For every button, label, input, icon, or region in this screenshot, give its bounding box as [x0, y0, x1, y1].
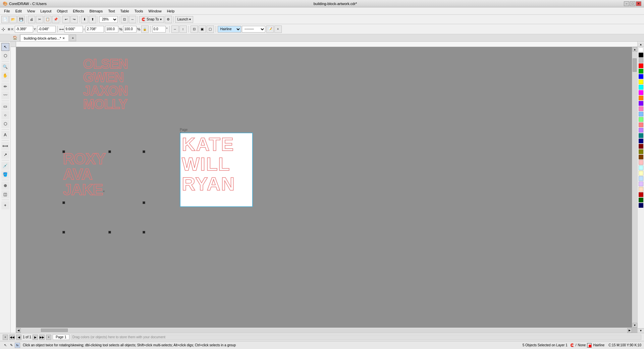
tool-text[interactable]: A [1, 131, 9, 139]
menu-edit[interactable]: Edit [13, 8, 24, 14]
outline-style-button[interactable]: 📝 [266, 26, 274, 33]
copy-button[interactable]: 📋 [44, 16, 51, 23]
swatch-lt-green[interactable] [639, 117, 643, 122]
align-button[interactable]: ⊡ [191, 26, 198, 33]
drawing-area[interactable]: OLSEN GWEN JAXON MOLLY ROXY AVA JAKE [16, 47, 632, 328]
group-button[interactable]: ▣ [199, 26, 206, 33]
swatch-cream[interactable] [639, 171, 643, 176]
tool-smart[interactable]: 〰 [1, 91, 9, 99]
menu-layout[interactable]: Layout [38, 8, 54, 14]
menu-help[interactable]: Help [164, 8, 177, 14]
status-arrow-icon[interactable]: ↖ [3, 343, 8, 348]
doc-home[interactable]: 🏠 [10, 34, 20, 41]
canvas-content[interactable]: OLSEN GWEN JAXON MOLLY ROXY AVA JAKE [16, 47, 632, 328]
status-pen-icon[interactable]: ✎ [9, 343, 14, 348]
y-value-input[interactable] [37, 26, 56, 33]
tool-connector[interactable]: ↗ [1, 151, 9, 159]
lock-ratio-button[interactable]: 🔒 [141, 26, 149, 33]
tool-node[interactable]: ⬡ [1, 52, 9, 60]
close-button[interactable]: ✕ [636, 1, 641, 6]
swatch-black[interactable] [639, 53, 643, 57]
nav-next[interactable]: ▶ [33, 335, 38, 340]
swatch-salmon[interactable] [639, 122, 643, 127]
paste-button[interactable]: 📌 [52, 16, 59, 23]
tool-dimension[interactable]: ⟺ [1, 142, 9, 150]
hscroll-left[interactable]: ◀ [16, 328, 21, 333]
swatch-brown[interactable] [639, 155, 643, 159]
swatch-blue[interactable] [639, 74, 643, 79]
tool-blend[interactable]: ⊕ [1, 182, 9, 190]
import-button[interactable]: ⬇ [81, 16, 88, 23]
vscroll-up[interactable]: ▲ [633, 47, 637, 52]
x-value-input[interactable] [15, 26, 33, 33]
outline-select[interactable]: Hairline 0.25pt 0.5pt 1pt [218, 26, 241, 33]
swatch-lt-pink[interactable] [639, 160, 643, 165]
tool-ellipse[interactable]: ○ [1, 111, 9, 119]
swatch-lt-purple[interactable] [639, 128, 643, 133]
minimize-button[interactable]: – [624, 1, 629, 6]
hscroll-track[interactable] [21, 329, 627, 333]
menu-file[interactable]: File [1, 8, 13, 14]
swatch-lt-blue[interactable] [639, 112, 643, 116]
hscroll-thumb[interactable] [41, 329, 68, 332]
add-effect-button[interactable]: + [274, 26, 282, 33]
flip-h-button[interactable]: ↔ [171, 26, 179, 33]
swatch-dk-red[interactable] [639, 192, 643, 197]
swatch-lt-cyan[interactable] [639, 165, 643, 170]
fit-width-button[interactable]: ↔ [129, 16, 136, 23]
angle-input[interactable] [152, 26, 166, 33]
swatch-teal[interactable] [639, 133, 643, 138]
swatch-cyan[interactable] [639, 85, 643, 90]
vscrollbar[interactable]: ▲ ▼ [632, 47, 637, 328]
export-button[interactable]: ⬆ [89, 16, 96, 23]
redo-button[interactable]: ↪ [70, 16, 78, 23]
tool-rect[interactable]: ▭ [1, 102, 9, 110]
vscroll-thumb[interactable] [633, 58, 637, 72]
color-store-area[interactable]: Drag colors (or objects) here to store t… [71, 335, 641, 340]
swatch-dk-blue[interactable] [639, 203, 643, 208]
palette-scroll-down[interactable]: ▼ [638, 328, 644, 333]
swatch-white[interactable] [639, 47, 643, 52]
nav-last[interactable]: ▶▶ [39, 335, 45, 340]
swatch-navy[interactable] [639, 139, 643, 143]
tab-close-icon[interactable]: ✕ [62, 37, 65, 40]
tool-fill[interactable]: 🪣 [1, 170, 9, 179]
menu-effects[interactable]: Effects [70, 8, 87, 14]
swatch-purple[interactable] [639, 101, 643, 106]
launch-button[interactable]: Launch ▾ [175, 16, 194, 23]
tool-zoom[interactable]: 🔍 [1, 63, 9, 71]
menu-bitmaps[interactable]: Bitmaps [87, 8, 106, 14]
menu-window[interactable]: Window [146, 8, 164, 14]
tool-add-page[interactable]: + [1, 201, 9, 209]
tool-polygon[interactable]: ⬡ [1, 120, 9, 128]
swatch-olive[interactable] [639, 149, 643, 154]
swatch-lt-gray[interactable] [639, 58, 643, 63]
tool-pan[interactable]: ✋ [1, 71, 9, 80]
swatch-maroon[interactable] [639, 144, 643, 149]
add-tab-button[interactable]: + [69, 35, 76, 41]
tool-shadow[interactable]: ◫ [1, 190, 9, 198]
snap-to-button[interactable]: 🧲 Snap To ▾ [139, 16, 164, 23]
nav-prev[interactable]: ◀ [16, 335, 21, 340]
palette-scroll-up[interactable]: ▲ [638, 42, 644, 47]
nav-first[interactable]: ◀◀ [9, 335, 15, 340]
nav-add-page[interactable]: + [3, 335, 8, 340]
hscroll-right[interactable]: ▶ [627, 328, 632, 333]
swatch-lt-orange[interactable] [639, 187, 643, 192]
swatch-orange[interactable] [639, 96, 643, 100]
swatch-magenta[interactable] [639, 90, 643, 95]
menu-object[interactable]: Object [54, 8, 70, 14]
vscroll-track[interactable] [633, 52, 637, 323]
zoom-select[interactable]: 28% 50% 100% [99, 16, 118, 23]
tool-select[interactable]: ↖ [1, 43, 9, 51]
swatch-pink[interactable] [639, 106, 643, 111]
swatch-red[interactable] [639, 63, 643, 68]
status-snap-icon[interactable]: 🧲 [570, 343, 574, 347]
swatch-green[interactable] [639, 69, 643, 73]
snap-settings-button[interactable]: ⚙ [165, 16, 172, 23]
undo-button[interactable]: ↩ [62, 16, 70, 23]
nav-add-end[interactable]: + [46, 335, 51, 340]
new-button[interactable]: 📄 [1, 16, 9, 23]
menu-tools[interactable]: Tools [132, 8, 146, 14]
print-button[interactable]: 🖨 [28, 16, 35, 23]
